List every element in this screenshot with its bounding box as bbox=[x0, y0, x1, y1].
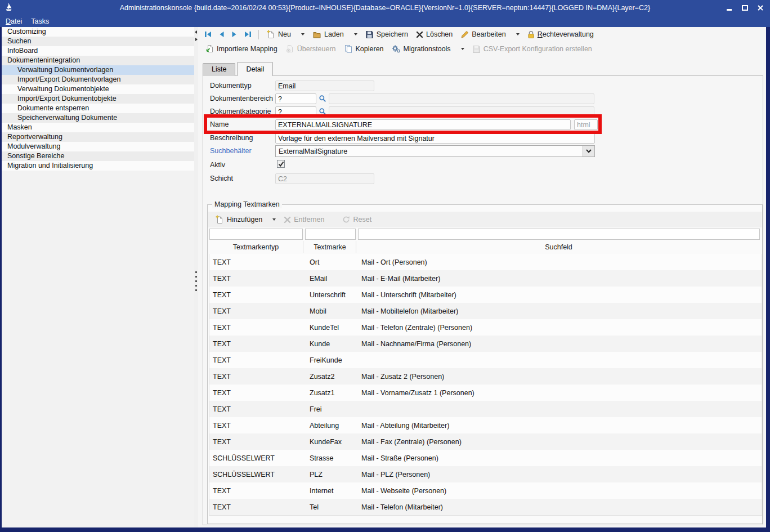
table-row[interactable]: SCHLÜSSELWERT Strasse Mail - Straße (Per… bbox=[209, 450, 762, 466]
column-header-suchfeld[interactable]: Suchfeld bbox=[357, 241, 760, 253]
laden-button[interactable]: Laden bbox=[308, 29, 348, 41]
aktiv-checkbox[interactable] bbox=[277, 160, 285, 168]
sidebar-item[interactable]: Import/Export Dokumentobjekte bbox=[2, 94, 194, 104]
hinzufuegen-button[interactable]: Hinzufügen bbox=[211, 213, 266, 226]
sidebar-item[interactable]: Modulverwaltung bbox=[2, 142, 194, 151]
sidebar-item[interactable]: Sonstige Bereiche bbox=[2, 151, 194, 161]
table-row[interactable]: TEXT Mobil Mail - Mobiltelefon (Mitarbei… bbox=[209, 303, 762, 319]
combobox-arrow-button[interactable] bbox=[583, 146, 594, 157]
filter-suchfeld-input[interactable] bbox=[358, 229, 760, 240]
beschreibung-label: Beschreibung bbox=[210, 134, 253, 142]
cell-suchfeld: Mail - E-Mail (Mitarbeiter) bbox=[358, 275, 762, 283]
table-row[interactable]: TEXT Zusatz1 Mail - Vorname/Zusatz 1 (Pe… bbox=[209, 385, 762, 401]
minimize-icon[interactable] bbox=[725, 4, 733, 12]
table-row[interactable]: TEXT Tel Mail - Telefon (Mitarbeiter) bbox=[209, 499, 762, 515]
filter-textmarkentyp-input[interactable] bbox=[209, 229, 303, 240]
migrationstools-button[interactable]: Migrationstools bbox=[388, 43, 455, 55]
cell-suchfeld: Mail - PLZ (Personen) bbox=[358, 471, 762, 479]
table-row[interactable]: TEXT EMail Mail - E-Mail (Mitarbeiter) bbox=[209, 270, 762, 287]
table-row[interactable]: TEXT Internet Mail - Webseite (Personen) bbox=[209, 482, 762, 499]
sidebar-item[interactable]: Dokumente entsperren bbox=[2, 104, 194, 113]
cell-textmarkentyp: TEXT bbox=[209, 438, 306, 446]
table-row[interactable]: TEXT Unterschrift Mail - Unterschrift (M… bbox=[209, 287, 762, 303]
table-row[interactable]: TEXT Zusatz2 Mail - Zusatz 2 (Personen) bbox=[209, 368, 762, 385]
dokumentenbereich-search-icon[interactable] bbox=[319, 95, 326, 104]
kopieren-button[interactable]: Kopieren bbox=[340, 43, 388, 55]
suchbehaelter-combobox[interactable]: ExternalMailSignature bbox=[275, 145, 595, 157]
application-window: Administrationskonsole {build.date=2016/… bbox=[0, 0, 770, 532]
cell-textmarkentyp: TEXT bbox=[209, 503, 306, 511]
toolbar-separator bbox=[258, 30, 259, 39]
sidebar-item[interactable]: Verwaltung Dokumentvorlagen bbox=[2, 65, 194, 75]
nav-last-button[interactable] bbox=[241, 29, 255, 40]
table-row[interactable]: TEXT KundeTel Mail - Telefon (Zentrale) … bbox=[209, 319, 762, 336]
migrationstools-dropdown[interactable] bbox=[455, 46, 468, 52]
sidebar-item[interactable]: InfoBoard bbox=[2, 46, 194, 56]
filter-textmarke-input[interactable] bbox=[305, 229, 356, 240]
table-row[interactable]: TEXT Abteilung Mail - Abteilung (Mitarbe… bbox=[209, 417, 762, 433]
uebersteuern-button[interactable]: Übersteuern bbox=[281, 43, 340, 55]
beschreibung-field[interactable] bbox=[275, 133, 595, 144]
tab-detail[interactable]: Detail bbox=[237, 62, 273, 76]
main-panel: Neu Laden Speichern bbox=[198, 27, 766, 527]
cell-textmarkentyp: TEXT bbox=[209, 275, 306, 283]
sidebar-item[interactable]: Dokumentenintegration bbox=[2, 56, 194, 65]
bearbeiten-button[interactable]: Bearbeiten bbox=[456, 29, 509, 41]
cell-textmarke: Unterschrift bbox=[306, 291, 358, 299]
cell-textmarkentyp: TEXT bbox=[209, 373, 306, 381]
nav-next-button[interactable] bbox=[228, 29, 241, 40]
nav-previous-button[interactable] bbox=[215, 29, 228, 40]
collapse-left-icon[interactable] bbox=[195, 30, 197, 34]
neu-button[interactable]: Neu bbox=[262, 28, 295, 41]
cell-suchfeld: Mail - Telefon (Zentrale) (Personen) bbox=[358, 324, 762, 332]
table-row[interactable]: TEXT Ort Mail - Ort (Personen) bbox=[209, 254, 762, 270]
menu-datei[interactable]: Datei bbox=[6, 17, 22, 25]
hinzufuegen-dropdown[interactable] bbox=[266, 217, 280, 222]
suchbehaelter-label[interactable]: Suchbehälter bbox=[210, 147, 252, 155]
collapse-right-icon[interactable] bbox=[195, 38, 198, 41]
importiere-mapping-button[interactable]: Importiere Mapping bbox=[201, 43, 281, 55]
dokumentkategorie-field[interactable] bbox=[275, 106, 316, 117]
cell-textmarke: Abteilung bbox=[306, 422, 358, 430]
name-format-field bbox=[574, 119, 598, 130]
next-record-icon bbox=[231, 30, 238, 38]
reset-button[interactable]: Reset bbox=[338, 214, 375, 225]
sidebar-item[interactable]: Reportverwaltung bbox=[2, 132, 194, 142]
dokumentenbereich-field[interactable] bbox=[275, 93, 316, 104]
sidebar-item[interactable]: Customizing bbox=[2, 27, 194, 37]
neu-dropdown[interactable] bbox=[295, 32, 308, 37]
close-icon[interactable] bbox=[756, 4, 764, 12]
csv-export-button[interactable]: CSV-Export Konfiguration erstellen bbox=[468, 43, 596, 55]
dokumentkategorie-search-icon[interactable] bbox=[319, 108, 326, 117]
delete-x-icon bbox=[416, 31, 423, 38]
menu-tasks[interactable]: Tasks bbox=[31, 17, 49, 25]
table-row[interactable]: TEXT FreiKunde bbox=[209, 352, 762, 368]
speichern-button[interactable]: Speichern bbox=[361, 29, 412, 41]
sidebar-item[interactable]: Speicherverwaltung Dokumente bbox=[2, 113, 194, 123]
sidebar-item[interactable]: Import/Export Dokumentvorlagen bbox=[2, 75, 194, 84]
sidebar-item[interactable]: Verwaltung Dokumentobjekte bbox=[2, 84, 194, 94]
nav-first-button[interactable] bbox=[201, 29, 215, 40]
table-row[interactable]: SCHLÜSSELWERT PLZ Mail - PLZ (Personen) bbox=[209, 466, 762, 482]
table-row[interactable]: TEXT KundeFax Mail - Fax (Zentrale) (Per… bbox=[209, 433, 762, 450]
rechteverwaltung-button[interactable]: Rechteverwaltung bbox=[523, 29, 598, 41]
loeschen-button[interactable]: Löschen bbox=[412, 29, 456, 40]
column-header-textmarke[interactable]: Textmarke bbox=[304, 241, 356, 253]
sidebar-item[interactable]: Masken bbox=[2, 123, 194, 132]
bearbeiten-dropdown[interactable] bbox=[510, 32, 523, 37]
column-header-textmarkentyp[interactable]: Textmarkentyp bbox=[209, 241, 303, 253]
sidebar-item[interactable]: Migration und Initialisierung bbox=[2, 161, 194, 171]
table-row[interactable]: TEXT Frei bbox=[209, 401, 762, 417]
mapping-textmarken-group: Mapping Textmarken Hinzufügen Entferne bbox=[207, 204, 763, 524]
table-row[interactable]: TEXT Kunde Mail - Nachname/Firma (Person… bbox=[209, 336, 762, 352]
cell-textmarkentyp: SCHLÜSSELWERT bbox=[209, 471, 306, 479]
dokumenttyp-field[interactable] bbox=[275, 81, 374, 91]
splitter-handle[interactable] bbox=[194, 27, 198, 527]
tab-liste[interactable]: Liste bbox=[203, 63, 235, 76]
cell-textmarkentyp: TEXT bbox=[209, 258, 306, 266]
laden-dropdown[interactable] bbox=[348, 32, 361, 37]
entfernen-button[interactable]: Entfernen bbox=[280, 214, 328, 225]
name-field[interactable] bbox=[275, 119, 571, 130]
maximize-icon[interactable] bbox=[741, 4, 749, 12]
sidebar-item[interactable]: Suchen bbox=[2, 37, 194, 46]
